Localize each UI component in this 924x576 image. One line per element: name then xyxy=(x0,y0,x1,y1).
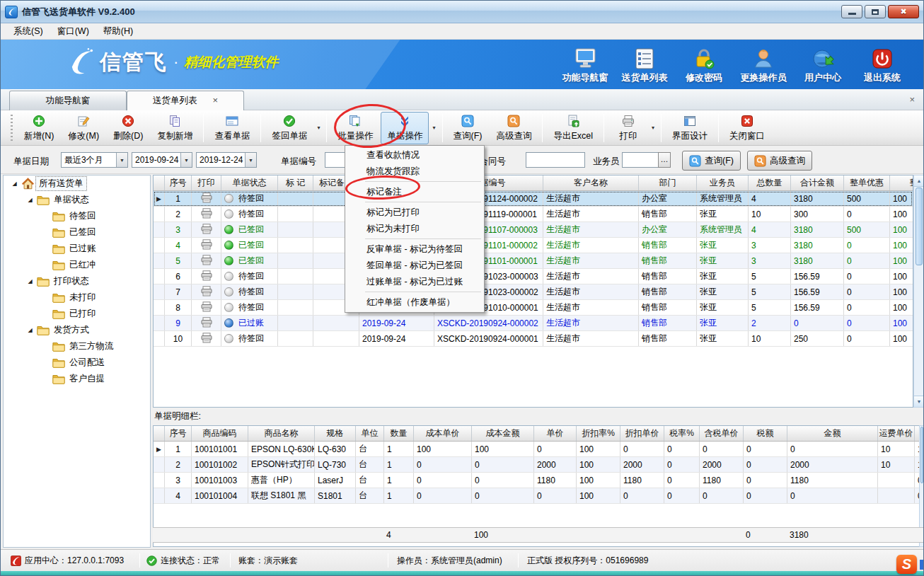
chevron-down-icon[interactable]: ▼ xyxy=(180,153,192,167)
toolbar-button-view-bill[interactable]: 查看单据 xyxy=(208,112,256,144)
toolbar-button-print[interactable]: 打印 xyxy=(608,112,648,144)
menu-item[interactable]: 查看收款情况 xyxy=(345,147,484,163)
column-header[interactable]: 金额 xyxy=(787,426,878,441)
column-header[interactable]: 单价 xyxy=(534,426,577,441)
table-row[interactable]: 5已签回2019-11-01XSCKD-20191101-000001生活超市销… xyxy=(154,253,913,269)
expander-icon[interactable]: ◢ xyxy=(25,197,35,203)
menu-item[interactable]: 标记备注 xyxy=(345,184,484,200)
scrollbar-thumb[interactable] xyxy=(920,427,923,483)
tree-item[interactable]: 公司配送 xyxy=(4,355,150,371)
toolbar-button-search-blue[interactable]: 查询(F) xyxy=(447,112,489,144)
toolbar-button-add[interactable]: 新增(N) xyxy=(18,112,60,144)
salesman-input[interactable] xyxy=(622,152,659,168)
toolbar-button-edit[interactable]: 修改(M) xyxy=(62,112,105,144)
column-header[interactable]: 序号 xyxy=(165,426,192,441)
detail-row[interactable]: 3100101003惠普（HP）LaserJ台10011801001180011… xyxy=(154,473,924,488)
menu-item[interactable]: 签回单据 - 标记为已签回 xyxy=(345,258,484,274)
column-header[interactable]: 业务员 xyxy=(697,175,749,190)
banner-action-user[interactable]: 更换操作员 xyxy=(734,44,793,84)
column-header[interactable]: 含税单价 xyxy=(700,426,744,441)
toolbar-button-design[interactable]: 界面设计 xyxy=(666,112,714,144)
chevron-down-icon[interactable]: ▼ xyxy=(116,153,127,167)
tree-item[interactable]: ◢发货方式 xyxy=(4,322,150,338)
toolbar-button-copy[interactable]: 复制新增 xyxy=(151,112,199,144)
tree-item[interactable]: ◢所有送货单 xyxy=(4,175,150,192)
tree-item[interactable]: 客户自提 xyxy=(4,371,150,387)
expander-icon[interactable]: ◢ xyxy=(25,327,35,333)
banner-action-monitor[interactable]: 功能导航窗 xyxy=(555,44,615,84)
toolbar-button-batch[interactable]: 批量操作 xyxy=(331,112,379,144)
date-from-select[interactable]: 2019-09-24 ▼ xyxy=(132,152,192,168)
column-header[interactable]: 单据状态 xyxy=(221,175,278,190)
menu-item[interactable]: 标记为已打印 xyxy=(345,205,484,221)
column-header[interactable]: 整单优惠 xyxy=(844,175,890,190)
tab-nav-window[interactable]: 功能导航窗 xyxy=(9,91,127,110)
salesman-picker-button[interactable]: … xyxy=(658,152,671,168)
query-button[interactable]: 查询(F) xyxy=(682,151,741,171)
tree-item[interactable]: 已打印 xyxy=(4,306,150,322)
column-header[interactable]: 商品编码 xyxy=(192,426,248,441)
tree-item[interactable]: 已签回 xyxy=(4,224,150,241)
column-header[interactable]: 序号 xyxy=(165,175,192,190)
column-header[interactable]: 标 记 xyxy=(278,175,313,190)
tree-item[interactable]: 待签回 xyxy=(4,208,150,224)
menubar-item[interactable]: 系统(S) xyxy=(6,24,50,39)
column-header[interactable]: 折扣单价 xyxy=(620,426,664,441)
column-header[interactable]: 规格 xyxy=(315,426,356,441)
column-header[interactable]: 数量 xyxy=(384,426,414,441)
menu-item[interactable]: 物流发货跟踪 xyxy=(345,163,484,180)
tab-delivery-list[interactable]: 送货单列表× xyxy=(127,91,244,110)
toolbar-button-bill-ops[interactable]: 单据操作 xyxy=(381,112,429,144)
column-header[interactable]: 合计金额 xyxy=(791,175,844,190)
column-header[interactable]: 单位 xyxy=(356,426,384,441)
scroll-down-icon[interactable]: ▼ xyxy=(914,396,924,407)
date-range-select[interactable]: 最近3个月 ▼ xyxy=(61,152,128,168)
scroll-up-icon[interactable]: ▲ xyxy=(914,175,924,187)
toolbar-button-signback[interactable]: 签回单据 xyxy=(265,112,313,144)
column-header[interactable]: 部门 xyxy=(639,175,697,190)
column-header[interactable]: 运费单价 xyxy=(878,426,915,441)
tree-item[interactable]: 已过账 xyxy=(4,241,150,257)
table-row[interactable]: ▶1待签回2019-11-24XSCKD-20191124-000002生活超市… xyxy=(154,191,913,207)
banner-action-globe[interactable]: 用户中心 xyxy=(793,44,853,84)
column-header[interactable]: 税额 xyxy=(744,426,787,441)
tree-item[interactable]: ◢打印状态 xyxy=(4,273,150,289)
main-grid-scrollbar[interactable]: ▲ ▼ xyxy=(913,175,924,408)
tree-item[interactable]: 已红冲 xyxy=(4,257,150,273)
banner-action-power[interactable]: 退出系统 xyxy=(853,44,912,84)
chevron-down-icon[interactable]: ▾ xyxy=(652,125,654,131)
detail-row[interactable]: 4100101004联想 S1801 黑S1801台1000100000000 xyxy=(154,488,924,504)
toolbar-button-excel[interactable]: 导出Excel xyxy=(547,112,599,144)
table-row[interactable]: 4已签回2019-11-01XSCKD-20191101-000002生活超市销… xyxy=(154,238,913,253)
expander-icon[interactable]: ◢ xyxy=(9,180,20,187)
chevron-down-icon[interactable]: ▾ xyxy=(432,125,435,131)
maximize-button[interactable] xyxy=(865,5,886,18)
chevron-down-icon[interactable]: ▼ xyxy=(245,153,256,167)
menu-item[interactable]: 标记为未打印 xyxy=(345,221,484,237)
menubar-item[interactable]: 窗口(W) xyxy=(50,24,96,39)
table-row[interactable]: 6待签回2019-10-23XSCKD-20191023-000003生活超市销… xyxy=(154,269,913,284)
date-to-select[interactable]: 2019-12-24 ▼ xyxy=(196,152,257,168)
table-row[interactable]: 9已过账2019-09-24XSCKD-20190924-000002生活超市销… xyxy=(154,316,913,331)
table-row[interactable]: 2待签回2019-11-19XSCKD-20191119-000001生活超市销… xyxy=(154,207,913,222)
column-header[interactable]: 整单 xyxy=(890,175,913,190)
detail-row[interactable]: ▶1100101001EPSON LQ-630KLQ-630台110010001… xyxy=(154,442,924,457)
toolbar-button-search-orange[interactable]: 高级查询 xyxy=(490,112,538,144)
sogou-input-icon[interactable]: S xyxy=(896,555,917,574)
scrollbar-thumb[interactable] xyxy=(916,188,923,265)
toolbar-button-close-window[interactable]: 关闭窗口 xyxy=(723,112,771,144)
table-row[interactable]: 10待签回2019-09-24XSCKD-20190924-000001生活超市… xyxy=(154,331,913,347)
column-header[interactable] xyxy=(154,175,165,190)
table-row[interactable]: 7待签回2019-10-23XSCKD-20191023-000002生活超市销… xyxy=(154,284,913,300)
column-header[interactable]: 税率% xyxy=(664,426,700,441)
tree-item[interactable]: ◢单据状态 xyxy=(4,192,150,208)
tree-item[interactable]: 未打印 xyxy=(4,289,150,306)
column-header[interactable]: 客户名称 xyxy=(543,175,639,190)
column-header[interactable]: 折扣率% xyxy=(577,426,620,441)
table-row[interactable]: 3已签回2019-11-07XSCKD-20191107-000003生活超市办… xyxy=(154,222,913,238)
column-header[interactable] xyxy=(154,426,165,441)
tree-item[interactable]: 第三方物流 xyxy=(4,338,150,355)
menu-item[interactable]: 红冲单据（作废单据） xyxy=(345,294,484,311)
table-row[interactable]: 8待签回2019-10-10XSCKD-20191010-000001生活超市销… xyxy=(154,300,913,316)
minimize-button[interactable] xyxy=(841,5,862,18)
